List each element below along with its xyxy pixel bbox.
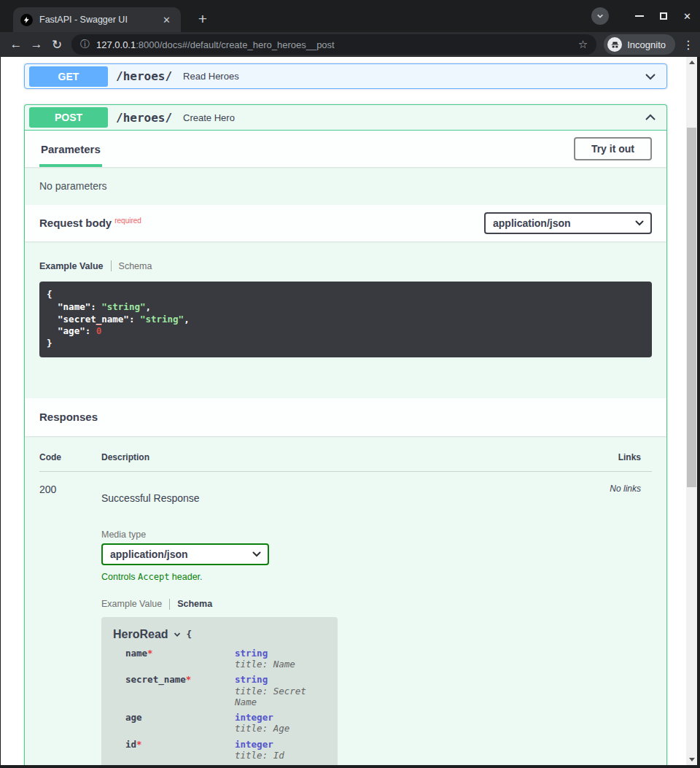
response-200-links: No links xyxy=(583,484,652,765)
tab-title: FastAPI - Swagger UI xyxy=(39,15,153,25)
model-property: id*integertitle: Id xyxy=(125,739,326,764)
request-body-section-header: Request bodyrequired application/json xyxy=(25,205,666,241)
scroll-up-icon[interactable] xyxy=(689,61,695,64)
opblock-get-heroes: GET /heroes/ Read Heroes xyxy=(24,63,667,89)
col-header-links: Links xyxy=(583,452,652,462)
address-bar[interactable]: ⓘ 127.0.0.1:8000/docs#/default/create_he… xyxy=(71,34,596,55)
model-property: name*stringtitle: Name xyxy=(125,648,326,673)
tab-schema[interactable]: Schema xyxy=(119,261,152,271)
chevron-down-icon[interactable] xyxy=(643,69,658,84)
bookmark-star-icon[interactable]: ☆ xyxy=(578,38,588,51)
model-properties: name*stringtitle: Namesecret_name*string… xyxy=(113,648,326,764)
incognito-icon xyxy=(607,37,622,52)
model-property: ageintegertitle: Age xyxy=(125,712,326,737)
tab-example-value[interactable]: Example Value xyxy=(39,261,104,271)
swagger-ui: GET /heroes/ Read Heroes POST /heroes/ C… xyxy=(1,57,686,765)
request-example-code[interactable]: { "name": "string", "secret_name": "stri… xyxy=(39,282,652,357)
new-tab-button[interactable]: + xyxy=(192,9,213,29)
close-window-button[interactable]: ✕ xyxy=(683,11,691,22)
request-media-type-select[interactable]: application/json xyxy=(484,212,652,234)
response-code-200: 200 xyxy=(39,484,101,765)
model-title[interactable]: HeroRead xyxy=(113,628,168,641)
browser-menu-icon[interactable]: ⋮ xyxy=(682,38,694,52)
heroread-model-box: HeroRead { name*stringtitle: Namesecret_… xyxy=(101,617,338,765)
maximize-button[interactable] xyxy=(660,12,667,20)
model-property: secret_name*stringtitle: Secret Name xyxy=(125,674,326,710)
reload-button[interactable]: ↻ xyxy=(47,37,67,53)
request-example-section: Example Value Schema { "name": "string",… xyxy=(25,241,666,398)
site-info-icon[interactable]: ⓘ xyxy=(80,38,90,51)
incognito-badge: Incognito xyxy=(604,34,675,55)
model-open-brace: { xyxy=(187,629,192,640)
page-viewport: GET /heroes/ Read Heroes POST /heroes/ C… xyxy=(1,57,697,765)
accept-header-note: Controls Accept header. xyxy=(101,572,583,582)
scroll-down-icon[interactable] xyxy=(689,758,695,761)
select-chevron-icon xyxy=(252,551,261,558)
page-scrollbar[interactable] xyxy=(686,57,697,765)
incognito-label: Incognito xyxy=(627,39,666,50)
tab-divider xyxy=(169,599,170,610)
model-chevron-icon[interactable] xyxy=(173,630,182,639)
chevron-up-icon[interactable] xyxy=(643,110,658,125)
tab-schema[interactable]: Schema xyxy=(177,599,212,609)
request-body-label: Request body xyxy=(39,217,112,229)
post-heroes-summary[interactable]: POST /heroes/ Create Hero xyxy=(25,105,666,131)
col-header-description: Description xyxy=(101,452,583,462)
tab-example-value[interactable]: Example Value xyxy=(101,599,162,609)
back-button[interactable]: ← xyxy=(6,37,26,52)
minimize-button[interactable] xyxy=(635,15,644,17)
response-row-200: 200 Successful Response Media type appli… xyxy=(39,472,652,765)
url-text: 127.0.0.1:8000/docs#/default/create_hero… xyxy=(96,39,572,50)
scrollbar-thumb[interactable] xyxy=(687,128,696,487)
post-method-badge: POST xyxy=(29,107,108,128)
post-path: /heroes/ xyxy=(116,111,172,125)
fastapi-favicon-icon xyxy=(20,14,33,26)
post-summary-text: Create Hero xyxy=(183,112,235,123)
opblock-post-heroes: POST /heroes/ Create Hero Parameters Try… xyxy=(24,104,667,765)
forward-button[interactable]: → xyxy=(26,37,47,52)
tab-divider xyxy=(111,260,112,271)
no-parameters-text: No parameters xyxy=(25,167,666,205)
response-media-type-select[interactable]: application/json xyxy=(101,543,269,565)
col-header-code: Code xyxy=(39,452,101,462)
parameters-tab[interactable]: Parameters xyxy=(39,131,102,167)
response-200-description: Successful Response xyxy=(101,492,583,504)
try-it-out-button[interactable]: Try it out xyxy=(574,137,652,160)
browser-toolbar: ← → ↻ ⓘ 127.0.0.1:8000/docs#/default/cre… xyxy=(0,32,700,57)
parameters-section-header: Parameters Try it out xyxy=(25,131,666,167)
responses-section-header: Responses xyxy=(25,398,666,436)
responses-table-header: Code Description Links xyxy=(39,452,652,471)
browser-tab[interactable]: FastAPI - Swagger UI ✕ xyxy=(13,7,181,32)
responses-table: Code Description Links 200 Successful Re… xyxy=(25,436,666,765)
profile-chevron-icon[interactable] xyxy=(591,7,609,25)
media-type-label: Media type xyxy=(101,530,583,540)
tab-close-icon[interactable]: ✕ xyxy=(160,13,174,27)
get-method-badge: GET xyxy=(29,66,108,87)
responses-title: Responses xyxy=(39,411,98,423)
get-path: /heroes/ xyxy=(116,69,172,83)
get-summary-text: Read Heroes xyxy=(183,71,239,82)
get-heroes-summary[interactable]: GET /heroes/ Read Heroes xyxy=(25,64,666,88)
select-chevron-icon xyxy=(635,220,644,227)
tab-strip: FastAPI - Swagger UI ✕ + ✕ xyxy=(0,0,700,32)
required-flag: required xyxy=(114,217,141,225)
